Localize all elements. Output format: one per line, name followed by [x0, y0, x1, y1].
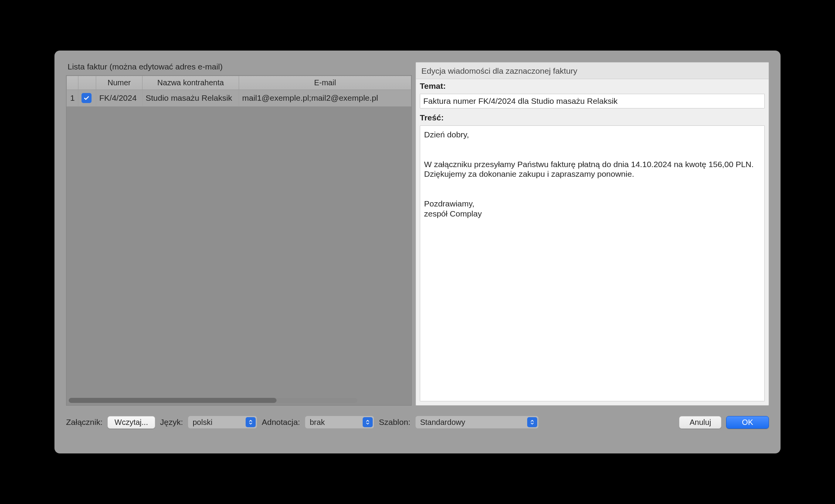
body-textarea[interactable] [420, 125, 765, 401]
language-label: Język: [160, 418, 183, 427]
annotation-select[interactable]: brak [305, 416, 374, 429]
invoice-email-dialog: Lista faktur (można edytować adres e-mai… [54, 51, 781, 453]
message-edit-panel: Edycja wiadomości dla zaznaczonej faktur… [416, 62, 769, 406]
col-check-header[interactable] [78, 76, 96, 90]
template-label: Szablon: [379, 418, 411, 427]
row-number: FK/4/2024 [96, 90, 143, 107]
col-number-header[interactable]: Numer [96, 76, 143, 90]
language-value: polski [193, 418, 212, 427]
 chevron-updown-icon [363, 417, 373, 427]
chevron-updown-icon [246, 417, 256, 427]
invoice-list-panel: Lista faktur (można edytować adres e-mai… [66, 62, 412, 406]
row-index: 1 [67, 90, 78, 107]
row-contractor: Studio masażu Relaksik [143, 90, 239, 107]
subject-input[interactable] [420, 94, 765, 108]
load-attachment-button[interactable]: Wczytaj... [107, 416, 156, 429]
invoice-list-title: Lista faktur (można edytować adres e-mai… [66, 62, 412, 71]
chevron-updown-icon [527, 417, 537, 427]
ok-button[interactable]: OK [726, 416, 769, 429]
col-index-header[interactable] [67, 76, 78, 90]
row-checkbox-cell[interactable] [78, 90, 96, 107]
bottom-toolbar: Załącznik: Wczytaj... Język: polski Adno… [66, 406, 769, 429]
annotation-value: brak [310, 418, 325, 427]
body-label: Treść: [416, 111, 769, 124]
template-value: Standardowy [420, 418, 465, 427]
invoice-table-wrap: Numer Nazwa kontrahenta E-mail 1 [66, 75, 412, 406]
scrollbar-thumb[interactable] [69, 398, 277, 403]
template-select[interactable]: Standardowy [415, 416, 539, 429]
message-edit-header: Edycja wiadomości dla zaznaczonej faktur… [416, 63, 769, 79]
horizontal-scrollbar[interactable] [69, 398, 357, 403]
row-email[interactable]: mail1@exemple.pl;mail2@exemple.pl [239, 90, 411, 107]
subject-label: Temat: [416, 79, 769, 92]
language-select[interactable]: polski [188, 416, 257, 429]
annotation-label: Adnotacja: [262, 418, 300, 427]
attachment-label: Załącznik: [66, 418, 103, 427]
cancel-button[interactable]: Anuluj [679, 416, 721, 429]
col-contractor-header[interactable]: Nazwa kontrahenta [143, 76, 239, 90]
checkmark-icon[interactable] [81, 93, 92, 103]
invoice-table: Numer Nazwa kontrahenta E-mail 1 [66, 76, 411, 107]
col-email-header[interactable]: E-mail [239, 76, 411, 90]
table-row[interactable]: 1 FK/4/2024 Studio masażu Relaksik mail1… [67, 90, 411, 107]
